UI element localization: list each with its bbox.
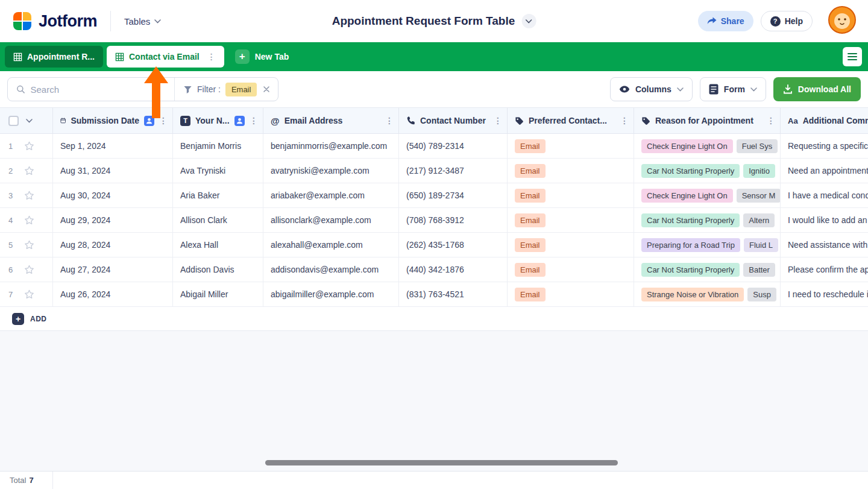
star-icon[interactable] bbox=[24, 265, 34, 274]
chevron-down-icon bbox=[154, 19, 161, 24]
table-row[interactable]: 6 Aug 27, 2024 Addison Davis addisondavi… bbox=[0, 257, 868, 282]
avatar[interactable] bbox=[828, 6, 856, 36]
chevron-down-icon[interactable] bbox=[26, 119, 33, 123]
cell-phone[interactable]: (217) 912-3487 bbox=[399, 159, 508, 183]
cell-phone[interactable]: (440) 342-1876 bbox=[399, 257, 508, 282]
cell-preferred-contact[interactable]: Email bbox=[508, 233, 634, 257]
cell-date[interactable]: Sep 1, 2024 bbox=[53, 134, 173, 158]
cell-phone[interactable]: (262) 435-1768 bbox=[399, 233, 508, 257]
new-tab-button[interactable]: + New Tab bbox=[235, 49, 289, 64]
cell-preferred-contact[interactable]: Email bbox=[508, 134, 634, 158]
cell-email[interactable]: avatryniski@example.com bbox=[263, 159, 399, 183]
cell-email[interactable]: addisondavis@example.com bbox=[263, 257, 399, 282]
cell-date[interactable]: Aug 26, 2024 bbox=[53, 282, 173, 306]
column-menu-icon[interactable]: ⋮ bbox=[159, 116, 168, 125]
star-icon[interactable] bbox=[24, 191, 34, 200]
search-box[interactable] bbox=[8, 78, 174, 101]
tables-nav-dropdown[interactable]: Tables bbox=[110, 11, 161, 31]
column-menu-icon[interactable]: ⋮ bbox=[767, 116, 775, 125]
cell-name[interactable]: Addison Davis bbox=[173, 257, 263, 282]
cell-phone[interactable]: (831) 763-4521 bbox=[399, 282, 508, 306]
cell-date[interactable]: Aug 31, 2024 bbox=[53, 159, 173, 183]
cell-phone[interactable]: (708) 768-3912 bbox=[399, 208, 508, 232]
cell-preferred-contact[interactable]: Email bbox=[508, 159, 634, 183]
cell-comment[interactable]: Please confirm the ap bbox=[781, 257, 868, 282]
cell-reason[interactable]: Strange Noise or Vibration Susp bbox=[634, 282, 781, 306]
column-menu-icon[interactable]: ⋮ bbox=[620, 116, 629, 125]
filter-group[interactable]: Filter : Email bbox=[174, 78, 278, 101]
table-row[interactable]: 2 Aug 31, 2024 Ava Tryniski avatryniski@… bbox=[0, 159, 868, 183]
table-row[interactable]: 3 Aug 30, 2024 Aria Baker ariabaker@exam… bbox=[0, 183, 868, 208]
star-icon[interactable] bbox=[24, 166, 34, 175]
columns-button[interactable]: Columns bbox=[610, 77, 693, 101]
search-input[interactable] bbox=[30, 84, 166, 95]
cell-phone[interactable]: (540) 789-2314 bbox=[399, 134, 508, 158]
cell-email[interactable]: allisonclark@example.com bbox=[263, 208, 399, 232]
cell-phone[interactable]: (650) 189-2734 bbox=[399, 183, 508, 207]
cell-preferred-contact[interactable]: Email bbox=[508, 282, 634, 306]
cell-name[interactable]: Aria Baker bbox=[173, 183, 263, 207]
filter-clear-button[interactable] bbox=[263, 86, 269, 92]
cell-comment[interactable]: I have a medical cond bbox=[781, 183, 868, 207]
table-row[interactable]: 4 Aug 29, 2024 Allison Clark allisonclar… bbox=[0, 208, 868, 233]
column-header-your-name[interactable]: T Your N... ⋮ bbox=[173, 108, 263, 133]
star-icon[interactable] bbox=[24, 215, 34, 225]
column-header-preferred-contact[interactable]: Preferred Contact... ⋮ bbox=[508, 108, 634, 133]
help-button[interactable]: ? Help bbox=[761, 11, 813, 31]
jotform-logo[interactable]: Jotform bbox=[12, 11, 97, 31]
column-menu-icon[interactable]: ⋮ bbox=[494, 116, 502, 125]
column-menu-icon[interactable]: ⋮ bbox=[250, 116, 258, 125]
table-row[interactable]: 5 Aug 28, 2024 Alexa Hall alexahall@exam… bbox=[0, 233, 868, 257]
cell-date[interactable]: Aug 28, 2024 bbox=[53, 233, 173, 257]
cell-reason[interactable]: Check Engine Light On Fuel Sys bbox=[634, 134, 781, 158]
cell-name[interactable]: Abigail Miller bbox=[173, 282, 263, 306]
tab-list-menu-button[interactable] bbox=[843, 47, 862, 66]
cell-comment[interactable]: I would like to add an bbox=[781, 208, 868, 232]
star-icon[interactable] bbox=[24, 289, 34, 299]
column-header-submission-date[interactable]: Submission Date ⋮ bbox=[53, 108, 173, 133]
star-icon[interactable] bbox=[24, 240, 34, 250]
cell-email[interactable]: ariabaker@example.com bbox=[263, 183, 399, 207]
cell-reason[interactable]: Check Engine Light On Sensor M bbox=[634, 183, 781, 207]
cell-reason[interactable]: Preparing for a Road Trip Fluid L bbox=[634, 233, 781, 257]
cell-reason[interactable]: Car Not Starting Properly Batter bbox=[634, 257, 781, 282]
cell-reason[interactable]: Car Not Starting Properly Ignitio bbox=[634, 159, 781, 183]
cell-comment[interactable]: Requesting a specific bbox=[781, 134, 868, 158]
cell-reason[interactable]: Car Not Starting Properly Altern bbox=[634, 208, 781, 232]
tab-contact-via-email[interactable]: Contact via Email ⋮ bbox=[107, 46, 224, 68]
cell-preferred-contact[interactable]: Email bbox=[508, 257, 634, 282]
star-icon[interactable] bbox=[24, 141, 34, 151]
column-menu-icon[interactable]: ⋮ bbox=[385, 116, 394, 125]
column-header-reason[interactable]: Reason for Appointment ⋮ bbox=[634, 108, 781, 133]
column-header-email-address[interactable]: @ Email Address ⋮ bbox=[263, 108, 399, 133]
cell-comment[interactable]: I need to reschedule i bbox=[781, 282, 868, 306]
tab-appointment-request[interactable]: Appointment R... bbox=[5, 46, 103, 68]
cell-date[interactable]: Aug 27, 2024 bbox=[53, 257, 173, 282]
download-all-button[interactable]: Download All bbox=[773, 77, 861, 101]
tab-menu-icon[interactable]: ⋮ bbox=[207, 52, 216, 62]
cell-date[interactable]: Aug 30, 2024 bbox=[53, 183, 173, 207]
cell-name[interactable]: Allison Clark bbox=[173, 208, 263, 232]
cell-comment[interactable]: Need assistance with bbox=[781, 233, 868, 257]
column-header-contact-number[interactable]: Contact Number ⋮ bbox=[399, 108, 508, 133]
select-all-checkbox[interactable] bbox=[8, 116, 19, 126]
cell-name[interactable]: Ava Tryniski bbox=[173, 159, 263, 183]
horizontal-scrollbar[interactable] bbox=[265, 460, 618, 465]
cell-date[interactable]: Aug 29, 2024 bbox=[53, 208, 173, 232]
table-row[interactable]: 1 Sep 1, 2024 Benjamin Morris benjaminmo… bbox=[0, 134, 868, 159]
cell-name[interactable]: Alexa Hall bbox=[173, 233, 263, 257]
title-dropdown-button[interactable] bbox=[521, 14, 536, 28]
form-button[interactable]: Form bbox=[700, 77, 766, 101]
cell-email[interactable]: alexahall@example.com bbox=[263, 233, 399, 257]
add-row-button[interactable]: + ADD bbox=[0, 307, 868, 331]
cell-email[interactable]: benjaminmorris@example.com bbox=[263, 134, 399, 158]
cell-comment[interactable]: Need an appointment bbox=[781, 159, 868, 183]
share-button[interactable]: Share bbox=[698, 11, 753, 31]
cell-preferred-contact[interactable]: Email bbox=[508, 183, 634, 207]
column-header-additional-comments[interactable]: Aa Additional Comm... bbox=[781, 108, 868, 133]
cell-preferred-contact[interactable]: Email bbox=[508, 208, 634, 232]
cell-name[interactable]: Benjamin Morris bbox=[173, 134, 263, 158]
filter-value-chip[interactable]: Email bbox=[225, 83, 257, 96]
table-row[interactable]: 7 Aug 26, 2024 Abigail Miller abigailmil… bbox=[0, 282, 868, 307]
cell-email[interactable]: abigailmiller@example.com bbox=[263, 282, 399, 306]
